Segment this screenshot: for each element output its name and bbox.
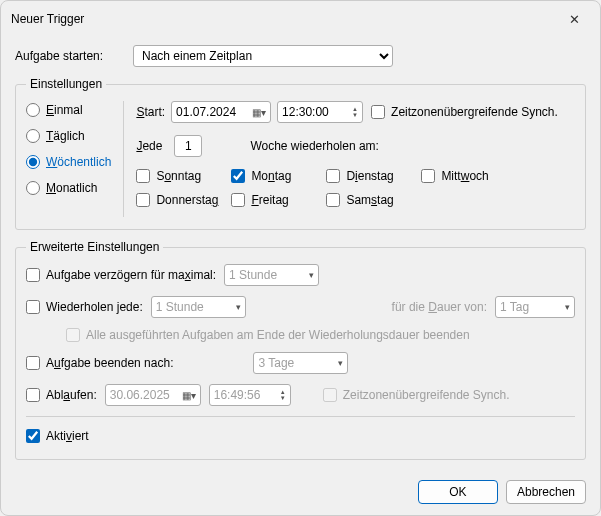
day-samstag-input[interactable]: [326, 193, 340, 207]
radio-wochen[interactable]: Wöchentlich: [26, 155, 111, 169]
aktiviert-label: Aktiviert: [46, 429, 89, 443]
begin-row: Aufgabe starten: Nach einem Zeitplan: [15, 45, 586, 67]
day-dienstag-label: Dienstag: [346, 169, 393, 183]
day-dienstag-input[interactable]: [326, 169, 340, 183]
stop-all-input: [66, 328, 80, 342]
radio-einmal-input[interactable]: [26, 103, 40, 117]
dialog-window: Neuer Trigger ✕ Aufgabe starten: Nach ei…: [0, 0, 601, 516]
every-value-input[interactable]: 1: [174, 135, 202, 157]
delay-value: 1 Stunde: [229, 268, 277, 282]
window-title: Neuer Trigger: [11, 12, 84, 26]
repeat-input[interactable]: [26, 300, 40, 314]
horizontal-divider: [26, 416, 575, 417]
settings-body: Einmal Täglich Wöchentlich Monatlich: [26, 101, 575, 217]
radio-wochen-label: Wöchentlich: [46, 155, 111, 169]
calendar-dropdown-icon[interactable]: ▦▾: [252, 107, 266, 118]
stop-after-label: Aufgabe beenden nach:: [46, 356, 173, 370]
duration-combo[interactable]: 1 Tag ▾: [495, 296, 575, 318]
chevron-down-icon: ▾: [309, 270, 314, 280]
every-label: Jede: [136, 139, 162, 153]
vertical-divider: [123, 101, 124, 217]
delay-label: Aufgabe verzögern für maximal:: [46, 268, 216, 282]
stop-after-input[interactable]: [26, 356, 40, 370]
start-label: Start:: [136, 105, 165, 119]
repeat-checkbox[interactable]: Wiederholen jede:: [26, 300, 143, 314]
repeat-value: 1 Stunde: [156, 300, 204, 314]
start-time-input[interactable]: 12:30:00 ▲▼: [277, 101, 363, 123]
time-spinner-icon[interactable]: ▲▼: [280, 389, 286, 401]
advanced-fieldset: Erweiterte Einstellungen Aufgabe verzöge…: [15, 240, 586, 460]
delay-checkbox[interactable]: Aufgabe verzögern für maximal:: [26, 268, 216, 282]
day-donnerstag[interactable]: Donnerstag: [136, 193, 231, 207]
close-button[interactable]: ✕: [558, 7, 590, 31]
tz2-checkbox: Zeitzonenübergreifende Synch.: [323, 388, 510, 402]
duration-label: für die Dauer von:: [392, 300, 487, 314]
day-mittwoch[interactable]: Mittwoch: [421, 169, 516, 183]
duration-value: 1 Tag: [500, 300, 529, 314]
day-freitag-input[interactable]: [231, 193, 245, 207]
time-spinner-icon[interactable]: ▲▼: [352, 106, 358, 118]
day-mittwoch-input[interactable]: [421, 169, 435, 183]
tz-sync-input[interactable]: [371, 105, 385, 119]
day-montag-input[interactable]: [231, 169, 245, 183]
radio-wochen-input[interactable]: [26, 155, 40, 169]
stop-after-checkbox[interactable]: Aufgabe beenden nach:: [26, 356, 173, 370]
repeat-label: Wiederholen jede:: [46, 300, 143, 314]
day-donnerstag-input[interactable]: [136, 193, 150, 207]
delay-combo[interactable]: 1 Stunde ▾: [224, 264, 319, 286]
settings-legend: Einstellungen: [26, 77, 106, 91]
tz2-label: Zeitzonenübergreifende Synch.: [343, 388, 510, 402]
tz-sync-checkbox[interactable]: Zeitzonenübergreifende Synch.: [371, 105, 558, 119]
day-montag[interactable]: Montag: [231, 169, 326, 183]
radio-einmal-label: Einmal: [46, 103, 83, 117]
ok-button[interactable]: OK: [418, 480, 498, 504]
aktiviert-checkbox[interactable]: Aktiviert: [26, 429, 89, 443]
day-dienstag[interactable]: Dienstag: [326, 169, 421, 183]
radio-taglich-label: Täglich: [46, 129, 85, 143]
aktiviert-input[interactable]: [26, 429, 40, 443]
aktiviert-row: Aktiviert: [26, 429, 575, 443]
day-sonntag-input[interactable]: [136, 169, 150, 183]
stop-after-value: 3 Tage: [258, 356, 294, 370]
start-date-value: 01.07.2024: [176, 105, 236, 119]
day-montag-label: Montag: [251, 169, 291, 183]
stop-all-label: Alle ausgeführten Aufgaben am Ende der W…: [86, 328, 470, 342]
chevron-down-icon: ▾: [338, 358, 343, 368]
chevron-down-icon: ▾: [565, 302, 570, 312]
day-sonntag[interactable]: Sonntag: [136, 169, 231, 183]
begin-label: Aufgabe starten:: [15, 49, 125, 63]
expire-input[interactable]: [26, 388, 40, 402]
day-samstag[interactable]: Samstag: [326, 193, 421, 207]
days-group: Sonntag Montag Dienstag Mittwoch: [136, 169, 575, 217]
radio-monat[interactable]: Monatlich: [26, 181, 111, 195]
day-mittwoch-label: Mittwoch: [441, 169, 488, 183]
stop-after-combo[interactable]: 3 Tage ▾: [253, 352, 348, 374]
expire-time-input[interactable]: 16:49:56 ▲▼: [209, 384, 291, 406]
schedule-radio-group: Einmal Täglich Wöchentlich Monatlich: [26, 101, 111, 217]
cancel-button[interactable]: Abbrechen: [506, 480, 586, 504]
expire-checkbox[interactable]: Ablaufen:: [26, 388, 97, 402]
expire-date-value: 30.06.2025: [110, 388, 170, 402]
start-row: Start: 01.07.2024 ▦▾ 12:30:00 ▲▼ Zeitzon…: [136, 101, 575, 123]
settings-fieldset: Einstellungen Einmal Täglich Wöchentlich: [15, 77, 586, 230]
tz-sync-label: Zeitzonenübergreifende Synch.: [391, 105, 558, 119]
expire-row: Ablaufen: 30.06.2025 ▦▾ 16:49:56 ▲▼ Zeit…: [26, 384, 575, 406]
repeat-combo[interactable]: 1 Stunde ▾: [151, 296, 246, 318]
calendar-dropdown-icon[interactable]: ▦▾: [182, 390, 196, 401]
day-freitag[interactable]: Freitag: [231, 193, 326, 207]
radio-taglich[interactable]: Täglich: [26, 129, 111, 143]
cancel-label: Abbrechen: [517, 485, 575, 499]
radio-taglich-input[interactable]: [26, 129, 40, 143]
ok-label: OK: [449, 485, 466, 499]
start-date-input[interactable]: 01.07.2024 ▦▾: [171, 101, 271, 123]
begin-select[interactable]: Nach einem Zeitplan: [133, 45, 393, 67]
radio-monat-label: Monatlich: [46, 181, 97, 195]
radio-einmal[interactable]: Einmal: [26, 103, 111, 117]
begin-label-text: Aufgabe starten:: [15, 49, 103, 63]
every-value: 1: [185, 139, 192, 153]
stop-all-row: Alle ausgeführten Aufgaben am Ende der W…: [66, 328, 575, 342]
delay-input[interactable]: [26, 268, 40, 282]
tz2-input: [323, 388, 337, 402]
radio-monat-input[interactable]: [26, 181, 40, 195]
expire-date-input[interactable]: 30.06.2025 ▦▾: [105, 384, 201, 406]
